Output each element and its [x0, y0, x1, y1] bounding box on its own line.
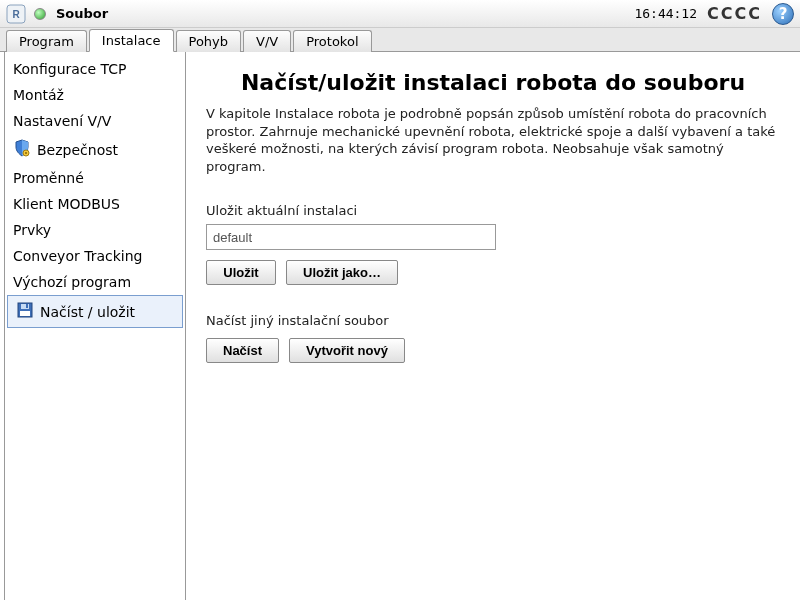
- main-panel: Načíst/uložit instalaci robota do soubor…: [186, 52, 800, 600]
- status-dot-icon: [34, 8, 46, 20]
- status-indicator: CCCC: [707, 4, 762, 23]
- svg-rect-3: [25, 152, 27, 154]
- sidebar-item-variables[interactable]: Proměnné: [5, 165, 185, 191]
- sidebar-item-modbus[interactable]: Klient MODBUS: [5, 191, 185, 217]
- sidebar-item-tcp[interactable]: Konfigurace TCP: [5, 56, 185, 82]
- ur-logo: R: [6, 4, 26, 24]
- page-description: V kapitole Instalace robota je podrobně …: [206, 105, 780, 175]
- tab-protokol[interactable]: Protokol: [293, 30, 371, 52]
- sidebar-item-features[interactable]: Prvky: [5, 217, 185, 243]
- save-section-label: Uložit aktuální instalaci: [206, 203, 780, 218]
- sidebar-item-default-program[interactable]: Výchozí program: [5, 269, 185, 295]
- sidebar: Konfigurace TCP Montáž Nastavení V/V Bez…: [4, 52, 186, 600]
- sidebar-item-label: Klient MODBUS: [13, 196, 120, 212]
- svg-rect-5: [20, 311, 30, 316]
- clock: 16:44:12: [634, 6, 697, 21]
- svg-rect-7: [26, 304, 28, 308]
- page-title: Načíst/uložit instalaci robota do soubor…: [206, 70, 780, 95]
- sidebar-item-mounting[interactable]: Montáž: [5, 82, 185, 108]
- floppy-disk-icon: [16, 301, 34, 322]
- sidebar-item-io-setup[interactable]: Nastavení V/V: [5, 108, 185, 134]
- sidebar-item-label: Nastavení V/V: [13, 113, 111, 129]
- topbar: R Soubor 16:44:12 CCCC ?: [0, 0, 800, 28]
- sidebar-item-label: Prvky: [13, 222, 51, 238]
- save-button[interactable]: Uložit: [206, 260, 276, 285]
- create-new-button[interactable]: Vytvořit nový: [289, 338, 405, 363]
- sidebar-item-label: Proměnné: [13, 170, 84, 186]
- save-as-button[interactable]: Uložit jako…: [286, 260, 398, 285]
- sidebar-item-label: Conveyor Tracking: [13, 248, 142, 264]
- sidebar-item-label: Montáž: [13, 87, 64, 103]
- sidebar-item-safety[interactable]: Bezpečnost: [5, 134, 185, 165]
- sidebar-item-label: Výchozí program: [13, 274, 131, 290]
- load-section-label: Načíst jiný instalační soubor: [206, 313, 780, 328]
- menu-file[interactable]: Soubor: [56, 6, 108, 21]
- tab-program[interactable]: Program: [6, 30, 87, 52]
- sidebar-item-label: Konfigurace TCP: [13, 61, 127, 77]
- svg-text:R: R: [12, 9, 20, 20]
- main-tabs: Program Instalace Pohyb V/V Protokol: [0, 28, 800, 52]
- sidebar-item-conveyor[interactable]: Conveyor Tracking: [5, 243, 185, 269]
- sidebar-item-label: Bezpečnost: [37, 142, 118, 158]
- tab-pohyb[interactable]: Pohyb: [176, 30, 242, 52]
- shield-icon: [13, 139, 31, 160]
- sidebar-item-label: Načíst / uložit: [40, 304, 135, 320]
- load-button[interactable]: Načíst: [206, 338, 279, 363]
- installation-name-input[interactable]: [206, 224, 496, 250]
- tab-instalace[interactable]: Instalace: [89, 29, 174, 52]
- tab-vv[interactable]: V/V: [243, 30, 291, 52]
- help-icon[interactable]: ?: [772, 3, 794, 25]
- workspace: Konfigurace TCP Montáž Nastavení V/V Bez…: [0, 52, 800, 600]
- sidebar-item-load-save[interactable]: Načíst / uložit: [7, 295, 183, 328]
